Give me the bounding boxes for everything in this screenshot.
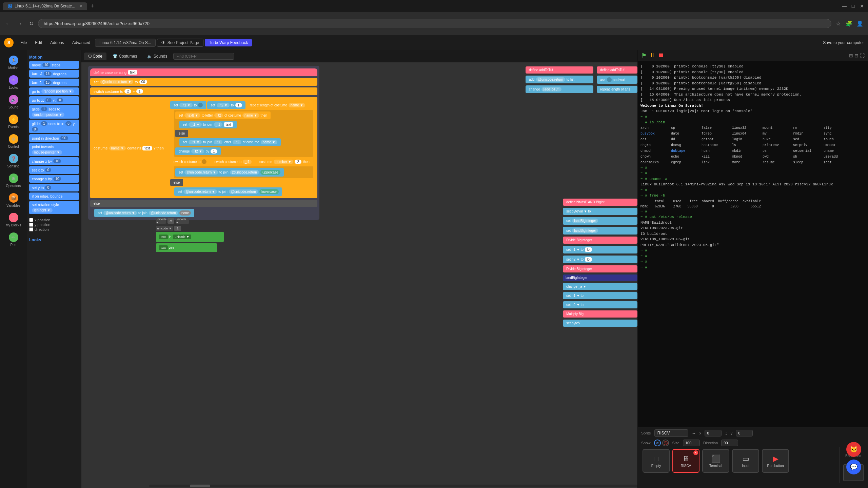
var-y-position[interactable]: y position (29, 223, 79, 227)
see-project-btn[interactable]: 👁 See Project Page (157, 39, 203, 47)
x-coord-input[interactable] (705, 430, 722, 436)
sprite-thumb-terminal[interactable]: ⬛ Terminal (702, 449, 729, 473)
empty-sprite-label: Empty (651, 464, 661, 468)
editor-tab-bar: ⬡ Code 👕 Costumes 🔈 Sounds (81, 50, 637, 62)
code-icon: ⬡ (88, 54, 92, 59)
sprite-thumb-empty[interactable]: □ Empty (643, 449, 670, 473)
chat-icon: 💬 (850, 463, 857, 471)
riscv-sprite-icon: 🖥 (682, 454, 690, 463)
cat-pen[interactable]: ✏ Pen (0, 230, 27, 249)
cat-sensing-label: Sensing (7, 164, 19, 168)
advanced-menu[interactable]: Advanced (69, 39, 94, 46)
bookmark-btn[interactable]: ☆ (834, 20, 842, 28)
cat-events[interactable]: ⚡ Events (0, 112, 27, 131)
block-goto[interactable]: go to random position ▼ (29, 87, 79, 95)
category-sidebar: 🏃 Motion 👁 Looks 🔊 Sound ⚡ Events ⚙ Cont… (0, 50, 27, 488)
sprite-panel: Sprite ↔ x ↕ y Show 👁 🚫 Size Direction (638, 427, 868, 488)
direction-label: Direction (703, 441, 718, 445)
cat-pen-label: Pen (11, 243, 17, 247)
pause-button[interactable]: ⏸ (649, 52, 655, 59)
cat-sound[interactable]: 🔊 Sound (0, 92, 27, 112)
addons-menu[interactable]: Addons (47, 39, 67, 46)
myblocks-icon: ⬡ (9, 213, 18, 222)
forward-btn[interactable]: → (16, 20, 24, 28)
block-move[interactable]: move 10 steps (29, 61, 79, 69)
block-set-y[interactable]: set y to 0 (29, 184, 79, 191)
fab-container: 🐱 💬 (846, 442, 861, 474)
cat-control-label: Control (8, 145, 19, 148)
direction-input[interactable] (721, 440, 738, 446)
view-fullscreen-btn[interactable]: ⛶ (860, 53, 865, 58)
cat-sound-label: Sound (8, 105, 18, 109)
block-turn-cw[interactable]: turn ↻ 15 degrees (29, 79, 79, 86)
tab-costumes-label: Costumes (119, 54, 137, 59)
sprite-thumb-riscv[interactable]: ✕ 🖥 RISCV (672, 449, 699, 473)
block-goto-xy[interactable]: go to x: 0 y: 0 (29, 96, 79, 104)
extension-btn[interactable]: 🧩 (845, 20, 853, 28)
cat-myblocks[interactable]: ⬡ My Blocks (0, 210, 27, 230)
cat-events-label: Events (8, 125, 19, 129)
close-btn[interactable]: ✕ (859, 3, 865, 9)
minimize-btn[interactable]: — (841, 3, 848, 9)
sprite-label: Sprite (641, 431, 651, 435)
turbowarp-feedback-btn[interactable]: TurboWarp Feedback (205, 39, 252, 46)
url-input[interactable] (38, 19, 831, 28)
view-medium-btn[interactable]: ⊟ (854, 53, 859, 58)
cat-sensing[interactable]: ❓ Sensing (0, 151, 27, 171)
tab-costumes[interactable]: 👕 Costumes (108, 53, 141, 60)
var-direction[interactable]: direction (29, 227, 79, 231)
looks-icon: 👁 (9, 75, 18, 85)
size-label: Size (672, 441, 679, 445)
blocks-panel: Motion move 10 steps turn ↺ 15 degrees t… (27, 50, 81, 488)
edit-menu[interactable]: Edit (32, 39, 45, 46)
chat-fab[interactable]: 💬 (846, 460, 861, 474)
cat-variables[interactable]: 📦 Variables (0, 190, 27, 210)
block-glide2[interactable]: glide 1 secs to x: 0 y: 0 (29, 120, 79, 133)
tab-code[interactable]: ⬡ Code (84, 53, 106, 60)
refresh-btn[interactable]: ↻ (27, 20, 35, 28)
search-input[interactable] (173, 53, 234, 60)
sprite-thumb-runbutton[interactable]: ▶ Run button (762, 449, 789, 473)
blocks-section-motion: Motion (29, 55, 79, 60)
new-tab-btn[interactable]: + (88, 3, 96, 10)
tab-sounds[interactable]: 🔈 Sounds (143, 53, 171, 60)
riscv-sprite-delete[interactable]: ✕ (693, 450, 698, 455)
cat-operators[interactable]: ⊕ Operators (0, 171, 27, 190)
y-coord-input[interactable] (736, 430, 753, 436)
stage-controls: ⚑ ⏸ ⏹ ⊞ ⊟ ⛶ (638, 50, 868, 61)
block-glide1[interactable]: glide 1 secs to random position ▼ (29, 105, 79, 119)
block-set-x[interactable]: set x to 0 (29, 166, 79, 174)
save-btn[interactable]: Save to your computer (823, 40, 864, 45)
back-btn[interactable]: ← (4, 20, 12, 28)
active-tab[interactable]: 🌀 Linux 6.1.14-rv32ima On Scratc... ✕ (3, 2, 87, 10)
y-icon: ↕ (725, 431, 727, 436)
cat-looks[interactable]: 👁 Looks (0, 73, 27, 92)
cat-looks-label: Looks (9, 86, 18, 89)
show-visible-btn[interactable]: 👁 (654, 440, 661, 446)
cat-control[interactable]: ⚙ Control (0, 131, 27, 151)
var-x-position[interactable]: x position (29, 218, 79, 222)
show-hidden-btn[interactable]: 🚫 (662, 440, 669, 446)
file-menu[interactable]: File (17, 39, 30, 46)
block-point-dir[interactable]: point in direction 90 (29, 134, 79, 142)
block-bounce[interactable]: if on edge, bounce (29, 192, 79, 200)
code-canvas[interactable]: define case sensing text set @unicode.re… (81, 62, 637, 488)
sprite-thumb-input[interactable]: ▭ Input (732, 449, 759, 473)
flag-button[interactable]: ⚑ (641, 52, 647, 59)
runbutton-sprite-label: Run button (767, 464, 784, 468)
sprite-name-input[interactable] (654, 429, 688, 437)
profile-btn[interactable]: 👤 (856, 20, 864, 28)
view-small-btn[interactable]: ⊞ (849, 53, 853, 58)
size-input[interactable] (683, 440, 700, 446)
block-turn-ccw[interactable]: turn ↺ 15 degrees (29, 70, 79, 78)
block-change-x[interactable]: change x by 10 (29, 157, 79, 165)
block-change-y[interactable]: change y by 10 (29, 175, 79, 183)
block-rotation[interactable]: set rotation style left-right ▼ (29, 201, 79, 214)
tab-close[interactable]: ✕ (79, 4, 82, 8)
cat-motion[interactable]: 🏃 Motion (0, 53, 27, 73)
block-point-towards[interactable]: point towards mouse-pointer ▼ (29, 143, 79, 156)
stop-button[interactable]: ⏹ (658, 52, 664, 59)
terminal-sprite-icon: ⬛ (711, 454, 721, 463)
restore-btn[interactable]: □ (850, 3, 856, 9)
scratch-fab[interactable]: 🐱 (846, 442, 861, 457)
